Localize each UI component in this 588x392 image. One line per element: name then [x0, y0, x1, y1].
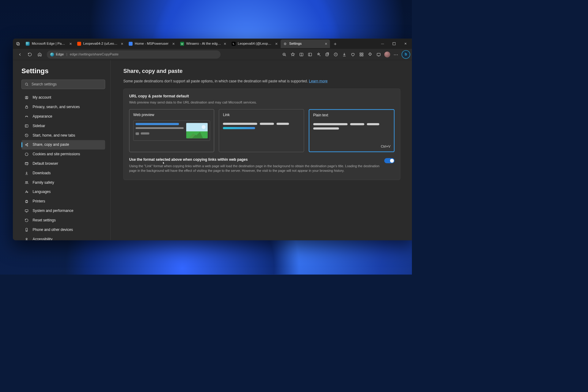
sidebar-item[interactable]: Appearance — [21, 112, 105, 121]
downloads-icon[interactable] — [340, 50, 349, 58]
more-menu-icon[interactable]: ⋯ — [392, 50, 400, 58]
close-icon[interactable]: ✕ — [223, 42, 227, 46]
close-icon[interactable]: ✕ — [275, 42, 279, 46]
panel-title: URL copy & paste format default — [129, 94, 395, 99]
apps-icon[interactable] — [357, 50, 366, 58]
sidebar-item[interactable]: Accessibility — [21, 235, 105, 240]
nav-icon — [24, 134, 29, 138]
close-icon[interactable]: ✕ — [69, 42, 73, 46]
nav-icon — [24, 181, 29, 185]
card-web-preview[interactable]: Web preview — [129, 109, 214, 152]
tab-x[interactable]: 𝕏 Leopeva64 (@Leopeva64 ✕ — [229, 40, 281, 48]
sidebar-item[interactable]: Reset settings — [21, 216, 105, 225]
nav-label: Sidebar — [32, 124, 45, 128]
screenshot-icon[interactable] — [375, 50, 383, 58]
maximize-button[interactable] — [389, 40, 399, 48]
collections-icon[interactable] — [323, 50, 331, 58]
sidebar-item[interactable]: Start, home, and new tabs — [21, 131, 105, 140]
close-icon[interactable]: ✕ — [324, 42, 328, 46]
profile-avatar[interactable] — [383, 50, 391, 58]
url-text: edge://settings/shareCopyPaste — [70, 52, 119, 56]
back-button[interactable] — [16, 50, 24, 58]
svg-rect-29 — [25, 209, 28, 211]
tab-reddit[interactable]: Leopeva64-2 (u/Leopeva6 ✕ — [75, 40, 126, 48]
tab-settings[interactable]: ⚙ Settings ✕ — [281, 40, 330, 48]
minimize-button[interactable]: — — [377, 40, 388, 48]
nav-label: Share, copy and paste — [32, 143, 69, 147]
nav-label: Default browser — [32, 161, 58, 166]
search-settings-input[interactable]: Search settings — [21, 80, 105, 89]
svg-rect-16 — [25, 107, 28, 108]
zoom-icon[interactable] — [280, 50, 288, 58]
nav-icon — [24, 218, 29, 222]
close-window-button[interactable]: ✕ — [400, 40, 411, 48]
sidebar-item[interactable]: Printers — [21, 197, 105, 206]
card-plain-text[interactable]: Plain text Ctrl+V — [309, 109, 394, 152]
panel-hint: Web preview may send data to the URL des… — [129, 101, 395, 105]
shortcut-label: Ctrl+V — [381, 145, 390, 149]
svg-rect-25 — [25, 162, 28, 164]
favorites-list-icon[interactable] — [315, 50, 323, 58]
sidebar-item[interactable]: Languages — [21, 187, 105, 197]
toggle-switch[interactable] — [384, 158, 395, 163]
favorite-icon[interactable] — [289, 50, 297, 58]
home-button[interactable] — [36, 50, 44, 58]
window-controls: — ✕ — [377, 40, 411, 48]
settings-sidebar: Settings Search settings My accountPriva… — [13, 60, 111, 240]
svg-rect-1 — [17, 43, 19, 45]
extensions-icon[interactable] — [366, 50, 374, 58]
svg-rect-10 — [360, 55, 361, 56]
tab-mspoweruser[interactable]: Home - MSPoweruser ✕ — [126, 40, 178, 48]
learn-more-link[interactable]: Learn more — [309, 79, 328, 83]
link-graphic — [223, 121, 300, 129]
svg-rect-8 — [360, 53, 361, 54]
nav-label: Accessibility — [32, 237, 52, 240]
svg-point-15 — [26, 97, 27, 98]
toggle-title: Use the format selected above when copyi… — [129, 158, 380, 162]
tab-edge[interactable]: Microsoft Edge | Page 148 ✕ — [23, 40, 75, 48]
sidebar-item[interactable]: Family safety — [21, 178, 105, 187]
sidebar-item[interactable]: System and performance — [21, 206, 105, 216]
sidebar-item[interactable]: Default browser — [21, 159, 105, 168]
sidebar-item[interactable]: Privacy, search, and services — [21, 102, 105, 112]
sidebar-item[interactable]: My account — [21, 93, 105, 102]
close-icon[interactable]: ✕ — [172, 42, 175, 46]
toolbar: Edge | edge://settings/shareCopyPaste ⋯ … — [13, 49, 412, 60]
reading-mode-icon[interactable] — [306, 50, 314, 58]
favicon-x-icon: 𝕏 — [232, 42, 236, 46]
nav-icon — [24, 162, 29, 166]
split-screen-icon[interactable] — [297, 50, 306, 58]
tab-winaero[interactable]: W Winaero - At the edge of ✕ — [178, 40, 229, 48]
address-bar[interactable]: Edge | edge://settings/shareCopyPaste — [47, 50, 221, 58]
history-icon[interactable] — [332, 50, 340, 58]
sidebar-item[interactable]: Downloads — [21, 168, 105, 178]
new-tab-button[interactable]: ＋ — [332, 40, 339, 47]
refresh-button[interactable] — [26, 50, 34, 58]
sidebar-item[interactable]: Cookies and site permissions — [21, 149, 105, 159]
close-icon[interactable]: ✕ — [120, 42, 124, 46]
nav-icon — [24, 152, 29, 156]
browser-window: Microsoft Edge | Page 148 ✕ Leopeva64-2 … — [13, 39, 412, 240]
nav-label: System and performance — [32, 209, 73, 213]
tab-strip: Microsoft Edge | Page 148 ✕ Leopeva64-2 … — [23, 40, 330, 48]
nav-label: My account — [32, 96, 51, 100]
tab-actions-icon[interactable] — [15, 41, 21, 47]
favicon-winaero-icon: W — [180, 42, 184, 46]
format-cards: Web preview Link — [129, 109, 395, 152]
page-title: Share, copy and paste — [123, 68, 400, 74]
svg-rect-0 — [17, 42, 19, 44]
card-link[interactable]: Link — [219, 109, 304, 152]
wallet-icon[interactable] — [349, 50, 357, 58]
nav-icon — [24, 143, 29, 147]
sidebar-item[interactable]: Phone and other devices — [21, 225, 105, 235]
bing-chat-button[interactable]: b — [401, 50, 410, 59]
svg-rect-11 — [362, 55, 363, 56]
svg-point-32 — [26, 238, 27, 239]
settings-main: Share, copy and paste Some paste destina… — [111, 60, 412, 240]
url-format-panel: URL copy & paste format default Web prev… — [123, 89, 400, 180]
nav-icon — [24, 115, 29, 119]
card-title: Link — [223, 113, 300, 117]
nav-label: Printers — [32, 199, 45, 204]
sidebar-item[interactable]: Share, copy and paste — [21, 140, 105, 149]
sidebar-item[interactable]: Sidebar — [21, 121, 105, 131]
